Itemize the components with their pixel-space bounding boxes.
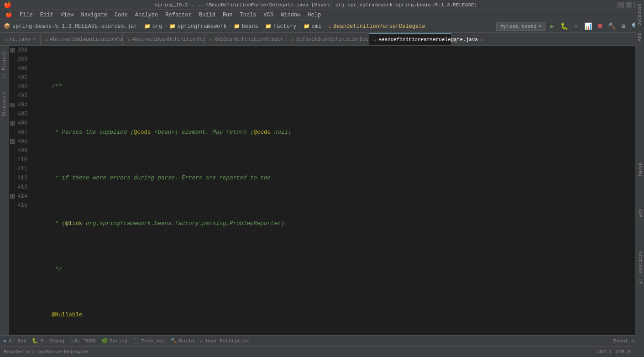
line-num-400: 400 [9,64,30,73]
tab-xmlbean[interactable]: ☕ XmlBeanDefinitionReader.java ✕ [205,33,287,45]
terminal-tool-button[interactable]: ⬛ Terminal [133,338,166,344]
sidebar-item-structure[interactable]: Structure [1,88,8,120]
line-num-410: 410 [9,155,30,164]
tab-xt[interactable]: ☕ xt.java ✕ [0,33,41,45]
code-line-402: */ [38,265,640,274]
tab-bean-delegate[interactable]: ☕ BeanDefinitionParserDelegate.java ✕ [369,33,451,45]
editor-area: - 398 399 400 401 402 403 - 404 405 - 40… [9,46,644,335]
line-num-409: 409 [9,146,30,155]
code-line-400: * if there were errors during parse. Err… [38,173,640,183]
breadcrumb-jar[interactable]: spring-beans-5.1.3.RELEASE-sources.jar [12,23,137,30]
settings-button[interactable]: ⚙ [618,21,628,31]
stop-button[interactable]: ⏹ [595,21,605,31]
breadcrumb-file[interactable]: BeanDefinitionParserDelegate [333,23,425,30]
breadcrumb-springframework[interactable]: springframework [178,23,227,30]
bottom-toolbar: ▶ 4: Run 🐛 5: Debug ☑ 6: TODO 🌿 Spring ⬛… [0,335,644,346]
breadcrumb-factory[interactable]: factory [273,23,296,30]
line-num-406: - 406 [9,119,30,128]
maximize-button[interactable]: □ [626,2,632,8]
debug-button[interactable]: 🐛 [559,21,569,31]
sidebar-tab-favorites[interactable]: 2: Favorites [637,249,644,286]
run-config-selector[interactable]: MyTest.test2 ▾ [496,22,545,31]
todo-tool-button[interactable]: ☑ 6: TODO [70,338,96,344]
code-content[interactable]: /** * Parses the supplied {@code <bean>}… [34,46,640,335]
menu-code[interactable]: Code [111,10,131,20]
line-num-413: 413 [9,183,30,192]
menu-tools[interactable]: Tools [236,10,260,20]
left-sidebar: 1: Project Structure [0,46,9,335]
close-icon[interactable]: ✕ [33,37,36,42]
chevron-down-icon[interactable]: ▾ [538,23,541,29]
breadcrumb-xml[interactable]: xml [312,23,322,30]
menu-file[interactable]: File [16,10,37,20]
status-bar-right: 407:1 UTF-8 lf [597,349,640,355]
title-bar: 🍎 spring_10-3 - ...\BeanDefinitionParser… [0,0,644,10]
profiler-button[interactable]: 📊 [583,21,593,31]
line-num-405: 405 [9,110,30,119]
sidebar-item-project[interactable]: 1: Project [1,47,8,82]
debug-tool-button[interactable]: 🐛 5: Debug [32,338,64,344]
minimize-button[interactable]: — [618,2,624,8]
menu-vcs[interactable]: VCS [260,10,277,20]
run-controls: MyTest.test2 ▾ ▶ 🐛 ⚡ 📊 ⏹ 🔨 ⚙ 🔍 [496,21,640,31]
line-numbers: - 398 399 400 401 402 403 - 404 405 - 40… [9,46,34,335]
window-title: spring_10-3 - ...\BeanDefinitionParserDe… [14,2,618,8]
tab-label: BeanDefinitionParserDelegate.java [378,37,478,42]
encoding[interactable]: UTF-8 [616,349,631,355]
run-config-label: MyTest.test2 [500,24,536,29]
tab-overflow[interactable]: » [451,39,460,45]
menu-window[interactable]: Window [277,10,304,20]
run-tool-button[interactable]: ▶ 4: Run [4,338,26,344]
tab-abstractxml[interactable]: ☕ AbstractXmlApplicationContext.java ✕ [41,33,123,45]
menu-run[interactable]: Run [219,10,236,20]
sidebar-tab-ant[interactable]: Ant [636,29,643,45]
sidebar-tab-database[interactable]: Database [636,0,643,29]
status-bar: BeanDefinitionParserDelegate 407:1 UTF-8… [0,346,644,357]
right-sidebar: Database Ant Maven Web 2: Favorites [635,0,644,357]
breadcrumb-bar: 📦 spring-beans-5.1.3.RELEASE-sources.jar… [0,20,644,33]
build-button[interactable]: 🔨 [607,21,617,31]
java-enterprise-button[interactable]: ☕ Java Enterprise [199,338,250,344]
line-num-415: 415 [9,201,30,210]
sidebar-tab-web[interactable]: Web [637,207,644,219]
line-num-412: 412 [9,173,30,183]
cursor-position[interactable]: 407:1 [597,349,612,355]
menu-edit[interactable]: Edit [37,10,57,20]
line-num-403: 403 [9,91,30,100]
code-line-401: * {@link org.springframework.beans.facto… [38,219,640,228]
tab-default[interactable]: ☕ DefaultBeanDefinitionDocumentReader.ja… [287,33,369,45]
line-num-399: 399 [9,55,30,64]
tab-bar: ☕ xt.java ✕ ☕ AbstractXmlApplicationCont… [0,33,644,46]
menu-refactor[interactable]: Refactor [162,10,195,20]
line-num-402: 402 [9,82,30,91]
menu-build[interactable]: Build [195,10,219,20]
line-num-404: - 404 [9,100,30,110]
line-num-411: 411 [9,164,30,173]
tab-label: XmlBeanDefinitionReader.java [214,37,298,42]
menu-navigate[interactable]: Navigate [77,10,111,20]
line-num-414: @ - 414 [9,192,30,201]
close-icon[interactable]: ✕ [481,37,483,42]
breadcrumb-org[interactable]: org [152,23,162,30]
tab-label: xt.java [9,37,30,42]
sidebar-tab-maven[interactable]: Maven [637,161,644,178]
menu-help[interactable]: Help [304,10,325,20]
menu-apple[interactable]: 🍎 [2,10,16,20]
menu-bar: 🍎 File Edit View Navigate Code Analyze R… [0,10,644,20]
menu-view[interactable]: View [57,10,78,20]
tab-abstractbean[interactable]: ☕ AbstractBeanDefinitionReader.java ✕ [123,33,205,45]
code-line-399: * Parses the supplied {@code <bean>} ele… [38,128,640,137]
line-num-408: - 408 [9,137,30,146]
build-tool-button[interactable]: 🔨 Build [171,338,194,344]
line-num-398: - 398 [9,46,30,55]
spring-tool-button[interactable]: 🌿 Spring [101,338,128,344]
run-button[interactable]: ▶ [547,21,557,31]
line-num-407: 407 [9,128,30,137]
menu-analyze[interactable]: Analyze [131,10,162,20]
breadcrumb-beans[interactable]: beans [242,23,258,30]
code-line-398: /** [38,82,640,91]
coverage-button[interactable]: ⚡ [571,21,581,31]
line-num-401: 401 [9,73,30,82]
status-message: BeanDefinitionParserDelegate [4,349,88,355]
code-line-403: @Nullable [38,310,640,320]
